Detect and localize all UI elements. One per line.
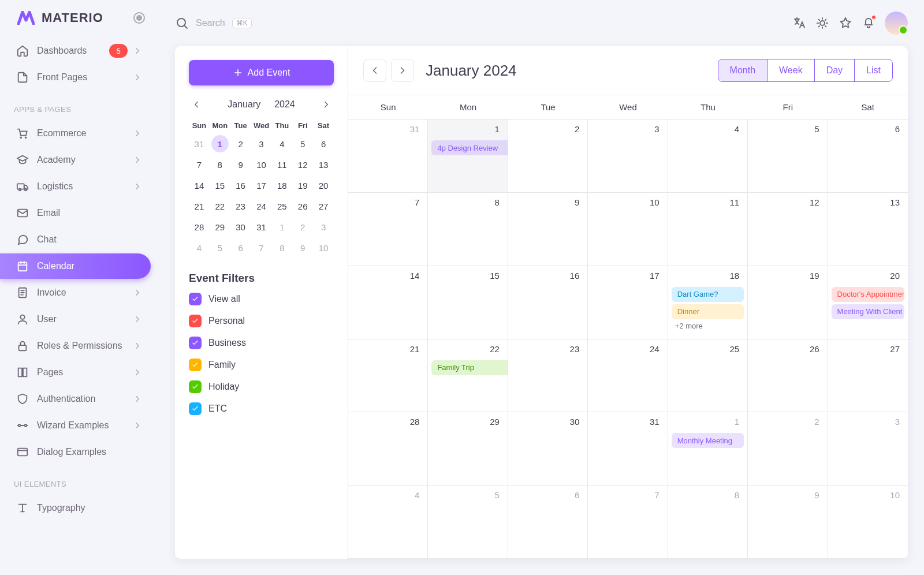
mini-day[interactable]: 21 [191, 197, 208, 215]
calendar-next-button[interactable] [391, 59, 414, 82]
day-cell[interactable]: 28 [348, 412, 428, 486]
mini-day[interactable]: 14 [191, 177, 208, 194]
mini-day[interactable]: 22 [211, 197, 229, 215]
filter-checkbox[interactable] [189, 293, 202, 305]
filter-checkbox[interactable] [189, 337, 202, 349]
day-cell[interactable]: 15 [428, 266, 508, 339]
user-avatar[interactable] [885, 12, 908, 35]
mini-day[interactable]: 24 [252, 197, 270, 215]
mini-day[interactable]: 11 [273, 156, 290, 173]
mini-day[interactable]: 6 [232, 239, 249, 256]
day-cell[interactable]: 7 [348, 193, 428, 266]
view-day[interactable]: Day [814, 59, 854, 81]
view-week[interactable]: Week [767, 59, 814, 81]
mini-day[interactable]: 2 [232, 135, 249, 152]
day-cell[interactable]: 10 [588, 193, 668, 266]
calendar-event[interactable]: Dinner [672, 304, 744, 319]
mini-day[interactable]: 23 [232, 197, 249, 215]
mini-day[interactable]: 4 [191, 239, 208, 256]
mini-day[interactable]: 2 [294, 218, 311, 236]
filter-checkbox[interactable] [189, 359, 202, 371]
view-list[interactable]: List [854, 59, 892, 81]
sidebar-collapse-toggle[interactable] [133, 12, 145, 24]
day-cell[interactable]: 1Monthly Meeting [668, 412, 748, 486]
nav-item-pages[interactable]: Pages [8, 360, 151, 385]
day-cell[interactable]: 11 [668, 193, 748, 266]
mini-day[interactable]: 5 [211, 239, 229, 256]
mini-day[interactable]: 19 [294, 177, 311, 194]
filter-checkbox[interactable] [189, 380, 202, 393]
day-cell[interactable]: 19 [748, 266, 828, 339]
day-cell[interactable]: 16 [508, 266, 588, 339]
mini-day[interactable]: 30 [232, 218, 249, 236]
search[interactable]: Search ⌘K [175, 16, 252, 30]
day-cell[interactable]: 30 [508, 412, 588, 486]
mini-day[interactable]: 31 [191, 135, 208, 152]
mini-day[interactable]: 5 [294, 135, 311, 152]
day-cell[interactable]: 29 [428, 412, 508, 486]
day-cell[interactable]: 2 [748, 412, 828, 486]
filter-etc[interactable]: ETC [189, 398, 334, 420]
calendar-event[interactable]: Family Trip [431, 360, 508, 375]
mini-day[interactable]: 15 [211, 177, 229, 194]
mini-day[interactable]: 20 [315, 177, 332, 194]
mini-day[interactable]: 10 [315, 239, 332, 256]
day-cell[interactable]: 6 [508, 486, 588, 559]
star-icon[interactable] [839, 16, 852, 30]
day-cell[interactable]: 9 [508, 193, 588, 266]
nav-item-calendar[interactable]: Calendar [0, 253, 151, 279]
nav-item-wizard-examples[interactable]: Wizard Examples [8, 413, 151, 438]
day-cell[interactable]: 14 [348, 266, 428, 339]
day-cell[interactable]: 17 [588, 266, 668, 339]
day-cell[interactable]: 20Doctor's AppointmentMeeting With Clien… [828, 266, 908, 339]
mini-day[interactable]: 9 [294, 239, 311, 256]
brand[interactable]: MATERIO [0, 10, 159, 31]
filter-checkbox[interactable] [189, 402, 202, 415]
day-cell[interactable]: 10 [828, 486, 908, 559]
day-cell[interactable]: 2 [508, 120, 588, 193]
filter-business[interactable]: Business [189, 332, 334, 354]
day-cell[interactable]: 27 [828, 339, 908, 413]
nav-item-authentication[interactable]: Authentication [8, 386, 151, 412]
mini-day[interactable]: 7 [252, 239, 270, 256]
nav-item-invoice[interactable]: Invoice [8, 280, 151, 305]
mini-next-icon[interactable] [321, 99, 331, 110]
day-cell[interactable]: 8 [428, 193, 508, 266]
mini-day[interactable]: 28 [191, 218, 208, 236]
day-cell[interactable]: 3 [588, 120, 668, 193]
mini-day[interactable]: 1 [273, 218, 290, 236]
nav-item-ecommerce[interactable]: Ecommerce [8, 121, 151, 146]
mini-day[interactable]: 17 [252, 177, 270, 194]
mini-day[interactable]: 9 [232, 156, 249, 173]
calendar-event[interactable]: 4p Design Review [431, 140, 508, 155]
notifications-button[interactable] [862, 16, 875, 31]
day-cell[interactable]: 24 [588, 339, 668, 413]
nav-item-chat[interactable]: Chat [8, 227, 151, 252]
mini-day[interactable]: 4 [273, 135, 290, 152]
language-icon[interactable] [792, 16, 806, 30]
calendar-event[interactable]: Dart Game? [672, 287, 744, 302]
filter-family[interactable]: Family [189, 354, 334, 376]
mini-day[interactable]: 12 [294, 156, 311, 173]
day-cell[interactable]: 9 [748, 486, 828, 559]
day-cell[interactable]: 5 [428, 486, 508, 559]
day-cell[interactable]: 21 [348, 339, 428, 413]
nav-item-logistics[interactable]: Logistics [8, 174, 151, 199]
filter-view-all[interactable]: View all [189, 288, 334, 310]
view-month[interactable]: Month [718, 59, 767, 81]
filter-holiday[interactable]: Holiday [189, 376, 334, 398]
day-cell[interactable]: 18Dart Game?Dinner+2 more [668, 266, 748, 339]
nav-item-dashboards[interactable]: Dashboards 5 [8, 38, 151, 64]
more-events-link[interactable]: +2 more [672, 322, 744, 330]
filter-personal[interactable]: Personal [189, 310, 334, 332]
mini-day[interactable]: 8 [273, 239, 290, 256]
mini-day[interactable]: 26 [294, 197, 311, 215]
day-cell[interactable]: 7 [588, 486, 668, 559]
day-cell[interactable]: 6 [828, 120, 908, 193]
nav-item-email[interactable]: Email [8, 200, 151, 226]
mini-month[interactable]: January [228, 99, 260, 110]
mini-prev-icon[interactable] [191, 99, 202, 110]
day-cell[interactable]: 22Family Trip [428, 339, 508, 413]
mini-day[interactable]: 3 [252, 135, 270, 152]
nav-item-front-pages[interactable]: Front Pages [8, 65, 151, 90]
